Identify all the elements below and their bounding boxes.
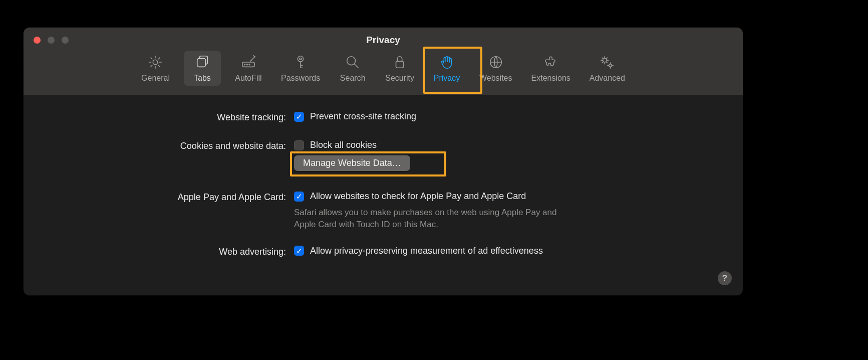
tab-label: Search (340, 74, 366, 83)
row-apple-pay: Apple Pay and Apple Card: ✓ Allow websit… (24, 191, 743, 231)
tab-general[interactable]: General (136, 51, 175, 86)
checkbox-label: Allow privacy-preserving measurement of … (310, 246, 543, 256)
label-apple-pay: Apple Pay and Apple Card: (24, 191, 294, 203)
svg-point-7 (300, 58, 302, 60)
row-manage-data: Manage Website Data… (24, 155, 743, 171)
svg-point-12 (609, 64, 612, 67)
preferences-window: Privacy General Tabs AutoFill (24, 28, 743, 295)
tab-label: Extensions (531, 74, 570, 83)
lock-icon (391, 54, 408, 71)
preferences-toolbar: General Tabs AutoFill Passwords (24, 51, 743, 86)
tab-label: Privacy (434, 74, 460, 83)
puzzle-icon (542, 54, 559, 71)
checkbox-prevent-cross-site[interactable]: ✓ (294, 112, 304, 122)
privacy-pane: Website tracking: ✓ Prevent cross-site t… (24, 95, 743, 257)
tab-label: Advanced (590, 74, 625, 83)
tab-label: AutoFill (235, 74, 261, 83)
tab-label: Tabs (194, 74, 211, 83)
tab-label: Passwords (281, 74, 320, 83)
window-title: Privacy (24, 35, 743, 46)
tab-passwords[interactable]: Passwords (276, 51, 325, 86)
titlebar: Privacy General Tabs AutoFill (24, 28, 743, 95)
checkbox-label: Allow websites to check for Apple Pay an… (310, 191, 526, 202)
svg-point-3 (244, 64, 245, 65)
svg-point-4 (246, 64, 247, 65)
tab-autofill[interactable]: AutoFill (230, 51, 267, 86)
checkbox-ad-measurement[interactable]: ✓ (294, 246, 304, 256)
apple-pay-description: Safari allows you to make purchases on t… (294, 207, 574, 231)
svg-point-5 (249, 64, 250, 65)
svg-rect-1 (197, 59, 206, 67)
tab-search[interactable]: Search (334, 51, 371, 86)
tab-tabs[interactable]: Tabs (184, 51, 221, 86)
checkbox-block-cookies[interactable] (294, 140, 304, 150)
tab-privacy[interactable]: Privacy (428, 51, 465, 86)
label-cookies: Cookies and website data: (24, 140, 294, 151)
search-icon (344, 54, 361, 71)
hand-icon (438, 54, 455, 71)
tab-label: Security (385, 74, 414, 83)
globe-icon (487, 54, 504, 71)
tab-websites[interactable]: Websites (474, 51, 517, 86)
tab-label: General (141, 74, 170, 83)
tabs-icon (194, 54, 211, 71)
label-tracking: Website tracking: (24, 111, 294, 123)
tab-security[interactable]: Security (380, 51, 419, 86)
checkbox-label: Prevent cross-site tracking (310, 111, 416, 122)
checkbox-apple-pay[interactable]: ✓ (294, 192, 304, 202)
tab-advanced[interactable]: Advanced (585, 51, 630, 86)
key-icon (292, 54, 309, 71)
svg-point-11 (603, 59, 607, 63)
help-button[interactable]: ? (718, 271, 732, 285)
row-tracking: Website tracking: ✓ Prevent cross-site t… (24, 111, 743, 123)
tab-extensions[interactable]: Extensions (526, 51, 575, 86)
svg-point-8 (347, 57, 356, 65)
gear-icon (147, 54, 164, 71)
svg-rect-9 (396, 61, 404, 68)
row-cookies: Cookies and website data: Block all cook… (24, 140, 743, 151)
tab-label: Websites (479, 74, 512, 83)
pencil-field-icon (240, 54, 257, 71)
label-advertising: Web advertising: (24, 246, 294, 257)
gears-icon (599, 54, 616, 71)
manage-website-data-button[interactable]: Manage Website Data… (294, 155, 410, 171)
checkbox-label: Block all cookies (310, 140, 377, 150)
svg-point-6 (298, 56, 303, 62)
row-advertising: Web advertising: ✓ Allow privacy-preserv… (24, 246, 743, 257)
svg-point-0 (153, 60, 158, 64)
